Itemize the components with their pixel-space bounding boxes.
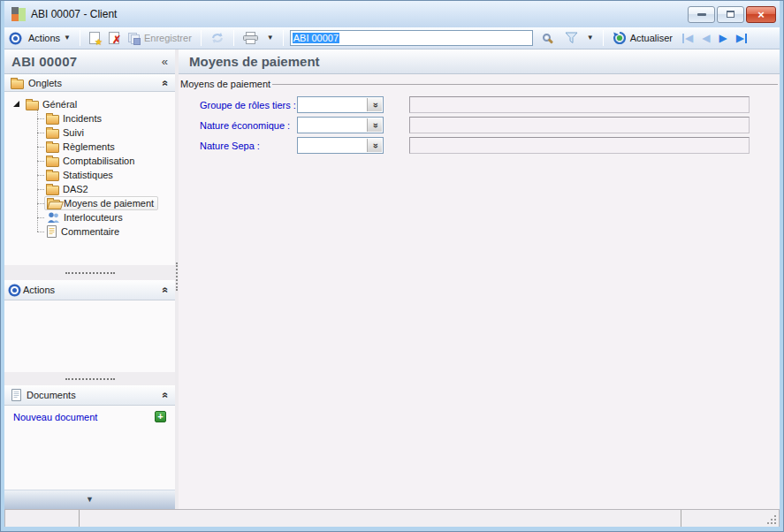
panel-header-actions[interactable]: Actions « (4, 280, 175, 300)
red-x-icon: ✗ (112, 34, 121, 45)
actualiser-icon (613, 31, 627, 45)
combobox-dropdown-button[interactable]: « (367, 139, 382, 152)
delete-button[interactable]: ✗ (106, 30, 122, 46)
sidebar-header: ABI 00007 « (4, 49, 175, 74)
tree-connector (37, 133, 44, 133)
status-bar (4, 509, 780, 527)
combobox-dropdown-button[interactable]: « (367, 98, 382, 111)
target-icon (12, 288, 17, 293)
splitter-grip-icon (176, 262, 178, 291)
folder-icon (46, 143, 59, 153)
window-title: ABI 00007 - Client (31, 8, 117, 20)
tree-item-label: Général (42, 99, 77, 110)
print-button[interactable] (240, 30, 261, 46)
nav-next-button[interactable]: ▶ (716, 32, 729, 44)
sidebar: ABI 00007 « Onglets « Général (4, 49, 175, 509)
resize-grip-icon[interactable] (774, 522, 776, 524)
tree-item-label: Règlements (63, 141, 115, 152)
save-button[interactable]: Enregistrer (126, 31, 194, 46)
titlebar: ABI 00007 - Client × (4, 1, 780, 27)
panel-splitter[interactable] (4, 372, 175, 385)
restore-button[interactable] (717, 6, 744, 23)
field-label-groupe-roles-tiers: Groupe de rôles tiers : (200, 100, 297, 110)
record-search-input[interactable]: ABI 00007 (290, 30, 533, 46)
restore-icon (727, 11, 735, 18)
tree-item-comptabilisation[interactable]: Comptabilisation (4, 154, 175, 168)
tree-expander-icon[interactable] (13, 101, 19, 107)
status-cell (681, 510, 779, 527)
tree-connector (37, 232, 44, 232)
tree-connector (37, 175, 44, 176)
new-document-link[interactable]: Nouveau document (13, 412, 97, 422)
folder-icon (46, 115, 59, 125)
selected-tree-item[interactable]: Moyens de paiement (44, 196, 158, 210)
tree-connector (37, 189, 44, 190)
panel-documents-label: Documents (27, 390, 76, 400)
refresh-icon (210, 32, 225, 44)
nature-economique-combobox[interactable]: « (297, 117, 384, 133)
tree-item-incidents[interactable]: Incidents (4, 111, 175, 125)
print-options-button[interactable]: ▼ (264, 33, 277, 43)
add-document-button[interactable]: + (155, 411, 166, 422)
nav-last-button[interactable]: ▶ (734, 32, 750, 44)
panel-header-onglets[interactable]: Onglets « (4, 74, 175, 92)
note-icon (46, 225, 57, 238)
splitter-grip-icon (65, 272, 115, 274)
tree-connector (37, 147, 44, 148)
nature-sepa-description-field[interactable] (409, 137, 750, 154)
field-label-nature-economique: Nature économique : (200, 120, 297, 131)
sidebar-bottom-bar[interactable]: ▼ (4, 490, 175, 509)
combobox-dropdown-button[interactable]: « (367, 118, 382, 132)
refresh-button[interactable] (208, 30, 227, 46)
tree-item-commentaire[interactable]: Commentaire (4, 224, 175, 239)
nav-first-button[interactable]: ◀ (679, 32, 696, 44)
people-icon (46, 212, 60, 224)
arrow-left-icon: ◀ (702, 33, 710, 43)
nature-economique-description-field[interactable] (409, 117, 750, 133)
actions-menu-label: Actions (28, 33, 60, 43)
record-id-title: ABI 00007 (11, 54, 77, 69)
refresh-data-button[interactable]: Actualiser (610, 29, 675, 47)
panel-splitter[interactable] (4, 265, 175, 280)
new-button[interactable]: ★ (87, 30, 103, 46)
delete-document-icon: ✗ (109, 32, 119, 44)
tree-connector (37, 161, 44, 162)
sidebar-collapse-button[interactable]: « (162, 55, 168, 68)
last-record-icon (745, 34, 747, 43)
filter-button[interactable] (562, 30, 581, 46)
filter-options-button[interactable]: ▼ (584, 33, 597, 43)
tree-item-label: Statistiques (63, 170, 113, 180)
tree-item-reglements[interactable]: Règlements (4, 140, 175, 154)
groupe-roles-tiers-description-field[interactable] (409, 96, 750, 113)
tabs-tree: Général Incidents Suivi (4, 92, 175, 265)
tree-item-general[interactable]: Général (4, 96, 175, 111)
nav-previous-button[interactable]: ◀ (699, 32, 712, 44)
search-button[interactable] (537, 30, 559, 47)
tree-item-statistiques[interactable]: Statistiques (4, 168, 175, 182)
minimize-icon (697, 13, 706, 16)
tree-children: Incidents Suivi Règlements (4, 111, 175, 239)
nature-sepa-combobox[interactable]: « (297, 137, 384, 154)
groupe-roles-tiers-combobox[interactable]: « (297, 96, 384, 113)
panel-header-documents[interactable]: Documents « (4, 385, 175, 406)
close-icon: × (757, 9, 765, 20)
tree-item-moyens-de-paiement[interactable]: Moyens de paiement (4, 196, 175, 210)
tree-item-das2[interactable]: DAS2 (4, 182, 175, 196)
open-folder-icon (47, 200, 60, 209)
tree-item-suivi[interactable]: Suivi (4, 125, 175, 140)
arrow-right-icon: ▶ (736, 33, 744, 43)
sidebar-splitter[interactable] (175, 49, 179, 509)
folder-icon (11, 80, 24, 89)
tree-item-interlocuteurs[interactable]: Interlocuteurs (4, 210, 175, 224)
actions-menu-button[interactable]: Actions ▼ (26, 31, 73, 45)
printer-icon (243, 32, 258, 44)
chevron-up-icon: « (160, 392, 172, 399)
main-header: Moyens de paiement (179, 49, 780, 74)
form-row: Groupe de rôles tiers : « (179, 95, 780, 115)
minimize-button[interactable] (688, 6, 715, 23)
filter-funnel-icon (565, 32, 578, 44)
field-label-nature-sepa: Nature Sepa : (200, 141, 297, 151)
close-button[interactable]: × (746, 6, 776, 23)
double-chevron-down-icon: « (369, 102, 380, 107)
folder-icon (46, 157, 59, 167)
